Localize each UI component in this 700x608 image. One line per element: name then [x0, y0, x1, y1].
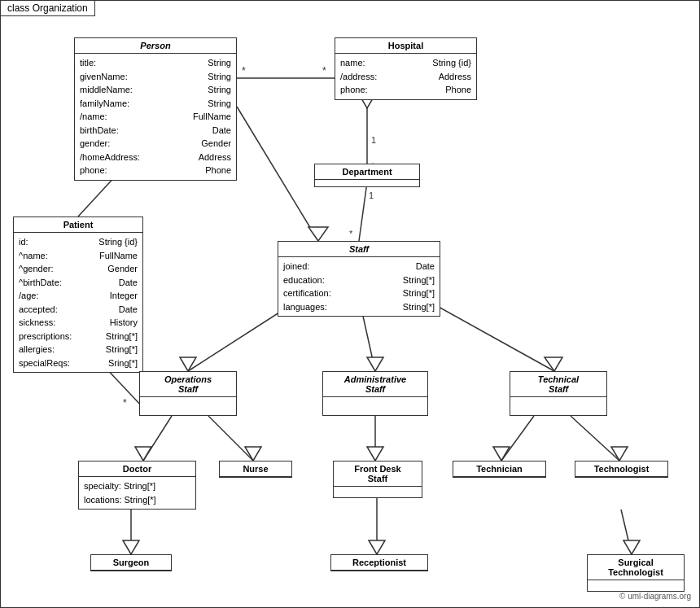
- class-person-title: Person: [75, 38, 236, 54]
- svg-marker-38: [623, 540, 640, 554]
- class-doctor-attrs: specialty: String[*] locations: String[*…: [79, 477, 195, 509]
- class-patient-title: Patient: [14, 217, 142, 233]
- svg-line-25: [208, 416, 253, 461]
- class-ops-staff: Operations Staff: [139, 371, 237, 416]
- svg-line-29: [501, 416, 534, 461]
- svg-text:*: *: [322, 65, 326, 77]
- watermark: © uml-diagrams.org: [619, 592, 691, 601]
- svg-marker-26: [245, 447, 261, 461]
- class-person-attrs: title:String givenName:String middleName…: [75, 54, 236, 180]
- class-front-desk: Front Desk Staff: [333, 461, 422, 498]
- svg-marker-36: [369, 540, 385, 554]
- class-staff-title: Staff: [278, 242, 440, 257]
- class-surgeon-title: Surgeon: [91, 555, 171, 571]
- svg-text:*: *: [242, 65, 246, 77]
- class-surgical-technologist: Surgical Technologist: [587, 554, 685, 592]
- svg-line-31: [571, 416, 619, 461]
- class-technologist: Technologist: [575, 461, 668, 478]
- class-staff: Staff joined:Date education:String[*] ce…: [278, 241, 440, 317]
- svg-line-12: [237, 107, 318, 241]
- class-technologist-title: Technologist: [575, 461, 667, 477]
- svg-marker-24: [135, 447, 151, 461]
- svg-marker-13: [308, 227, 328, 241]
- svg-marker-30: [493, 447, 510, 461]
- svg-marker-34: [123, 540, 139, 554]
- svg-line-7: [359, 182, 367, 241]
- class-department-title: Department: [315, 164, 419, 180]
- class-hospital: Hospital name:String {id} /address:Addre…: [335, 37, 477, 100]
- svg-marker-17: [367, 357, 383, 371]
- class-tech-staff-title: Technical Staff: [510, 372, 606, 397]
- svg-text:1: 1: [369, 190, 374, 200]
- class-doctor-title: Doctor: [79, 461, 195, 477]
- svg-marker-19: [545, 357, 562, 371]
- class-admin-staff: Administrative Staff: [322, 371, 428, 416]
- svg-line-37: [621, 510, 632, 554]
- class-nurse-title: Nurse: [220, 461, 291, 477]
- class-tech-staff: Technical Staff: [510, 371, 607, 416]
- svg-line-23: [143, 416, 172, 461]
- class-staff-attrs: joined:Date education:String[*] certific…: [278, 257, 440, 316]
- svg-text:*: *: [123, 397, 127, 409]
- class-receptionist: Receptionist: [330, 554, 428, 571]
- class-department-attrs: [315, 180, 419, 186]
- class-surgeon: Surgeon: [90, 554, 172, 571]
- class-patient-attrs: id:String {id} ^name:FullName ^gender:Ge…: [14, 233, 142, 372]
- diagram-title: class Organization: [1, 1, 95, 16]
- class-receptionist-title: Receptionist: [331, 555, 427, 571]
- class-front-desk-title: Front Desk Staff: [334, 461, 422, 487]
- class-admin-staff-title: Administrative Staff: [323, 372, 427, 397]
- class-hospital-title: Hospital: [335, 38, 476, 54]
- class-nurse: Nurse: [219, 461, 292, 478]
- svg-marker-32: [611, 447, 628, 461]
- class-ops-staff-title: Operations Staff: [140, 372, 236, 397]
- svg-marker-28: [367, 447, 383, 461]
- class-person: Person title:String givenName:String mid…: [74, 37, 237, 181]
- svg-text:*: *: [349, 229, 353, 238]
- svg-text:1: 1: [371, 135, 376, 145]
- class-technician: Technician: [453, 461, 546, 478]
- class-surgical-technologist-title: Surgical Technologist: [588, 555, 684, 580]
- class-technician-title: Technician: [453, 461, 545, 477]
- class-department: Department: [314, 164, 420, 187]
- svg-marker-15: [180, 357, 196, 371]
- class-patient: Patient id:String {id} ^name:FullName ^g…: [13, 217, 143, 373]
- class-hospital-attrs: name:String {id} /address:Address phone:…: [335, 54, 476, 99]
- class-doctor: Doctor specialty: String[*] locations: S…: [78, 461, 196, 510]
- diagram-container: class Organization * * 1 * 1 *: [0, 0, 700, 608]
